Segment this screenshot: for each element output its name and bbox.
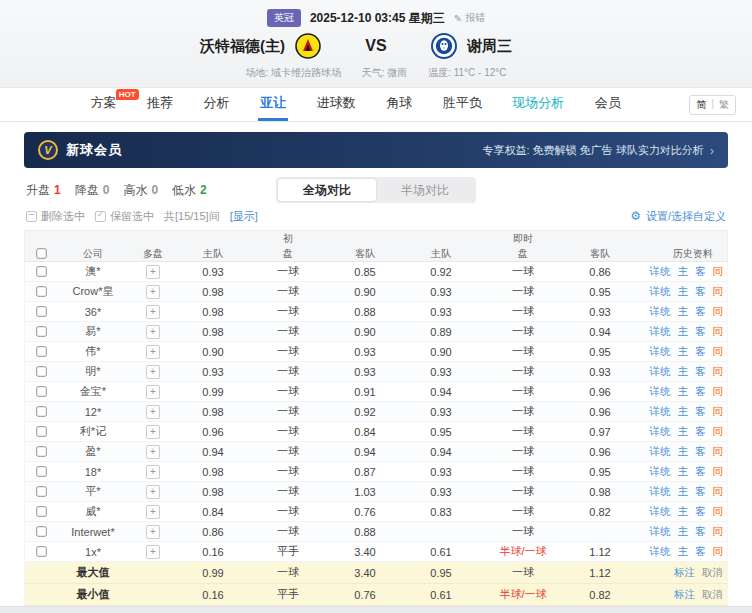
row-checkbox[interactable] — [36, 347, 46, 357]
cancel-link[interactable]: 取消 — [702, 588, 723, 602]
history-away-link[interactable]: 客 — [695, 405, 706, 419]
history-detail-link[interactable]: 详统 — [650, 465, 671, 479]
row-checkbox[interactable] — [36, 367, 46, 377]
history-away-link[interactable]: 客 — [695, 365, 706, 379]
history-same-link[interactable]: 同 — [713, 485, 724, 499]
company-name[interactable]: 36* — [57, 306, 129, 318]
history-detail-link[interactable]: 详统 — [650, 485, 671, 499]
row-checkbox[interactable] — [36, 427, 46, 437]
history-same-link[interactable]: 同 — [713, 325, 724, 339]
history-detail-link[interactable]: 详统 — [650, 545, 671, 559]
history-same-link[interactable]: 同 — [713, 305, 724, 319]
history-detail-link[interactable]: 详统 — [650, 445, 671, 459]
keep-selected-button[interactable]: 保留选中 — [95, 209, 154, 224]
history-detail-link[interactable]: 详统 — [650, 505, 671, 519]
history-same-link[interactable]: 同 — [713, 505, 724, 519]
tab-full-match-compare[interactable]: 全场对比 — [278, 179, 376, 201]
expand-odds-button[interactable]: + — [146, 505, 160, 519]
tab-live-analysis[interactable]: 现场分析 — [510, 88, 566, 121]
company-name[interactable]: 威* — [57, 504, 129, 519]
expand-odds-button[interactable]: + — [146, 425, 160, 439]
history-same-link[interactable]: 同 — [713, 545, 724, 559]
expand-odds-button[interactable]: + — [146, 365, 160, 379]
history-away-link[interactable]: 客 — [695, 285, 706, 299]
row-checkbox[interactable] — [36, 327, 46, 337]
company-name[interactable]: 12* — [57, 406, 129, 418]
expand-odds-button[interactable]: + — [146, 525, 160, 539]
expand-odds-button[interactable]: + — [146, 465, 160, 479]
tab-half-match-compare[interactable]: 半场对比 — [376, 179, 474, 201]
row-checkbox[interactable] — [36, 487, 46, 497]
tab-goals[interactable]: 进球数 — [315, 88, 358, 121]
history-home-link[interactable]: 主 — [678, 365, 689, 379]
row-checkbox[interactable] — [36, 447, 46, 457]
history-same-link[interactable]: 同 — [713, 285, 724, 299]
history-away-link[interactable]: 客 — [695, 545, 706, 559]
history-away-link[interactable]: 客 — [695, 325, 706, 339]
history-same-link[interactable]: 同 — [713, 265, 724, 279]
history-away-link[interactable]: 客 — [695, 505, 706, 519]
stat-water-low[interactable]: 低水2 — [172, 182, 207, 199]
mark-link[interactable]: 标注 — [674, 566, 695, 580]
tab-1x2[interactable]: 胜平负 — [441, 88, 484, 121]
history-detail-link[interactable]: 详统 — [650, 425, 671, 439]
home-team-name[interactable]: 沃特福德(主) — [200, 37, 285, 56]
history-detail-link[interactable]: 详统 — [650, 345, 671, 359]
company-name[interactable]: Crow*皇 — [57, 284, 129, 299]
tab-asian-handicap[interactable]: 亚让 — [258, 88, 288, 121]
history-detail-link[interactable]: 详统 — [650, 325, 671, 339]
expand-odds-button[interactable]: + — [146, 405, 160, 419]
history-home-link[interactable]: 主 — [678, 445, 689, 459]
row-checkbox[interactable] — [36, 507, 46, 517]
expand-odds-button[interactable]: + — [146, 345, 160, 359]
away-team-name[interactable]: 谢周三 — [467, 37, 512, 56]
history-home-link[interactable]: 主 — [678, 485, 689, 499]
history-home-link[interactable]: 主 — [678, 505, 689, 519]
company-name[interactable]: 明* — [57, 364, 129, 379]
history-home-link[interactable]: 主 — [678, 285, 689, 299]
expand-odds-button[interactable]: + — [146, 265, 160, 279]
history-same-link[interactable]: 同 — [713, 445, 724, 459]
history-detail-link[interactable]: 详统 — [650, 525, 671, 539]
history-away-link[interactable]: 客 — [695, 485, 706, 499]
history-same-link[interactable]: 同 — [713, 405, 724, 419]
history-away-link[interactable]: 客 — [695, 345, 706, 359]
company-name[interactable]: 1x* — [57, 546, 129, 558]
cancel-link[interactable]: 取消 — [702, 566, 723, 580]
history-detail-link[interactable]: 详统 — [650, 365, 671, 379]
tab-analysis[interactable]: 分析 — [202, 88, 232, 121]
history-home-link[interactable]: 主 — [678, 405, 689, 419]
history-home-link[interactable]: 主 — [678, 545, 689, 559]
language-toggle[interactable]: 简 | 繁 — [689, 95, 736, 115]
row-checkbox[interactable] — [36, 407, 46, 417]
history-detail-link[interactable]: 详统 — [650, 405, 671, 419]
company-name[interactable]: 易* — [57, 324, 129, 339]
history-home-link[interactable]: 主 — [678, 305, 689, 319]
company-name[interactable]: Interwet* — [57, 526, 129, 538]
expand-odds-button[interactable]: + — [146, 325, 160, 339]
history-away-link[interactable]: 客 — [695, 525, 706, 539]
league-badge[interactable]: 英冠 — [267, 9, 301, 27]
history-same-link[interactable]: 同 — [713, 365, 724, 379]
row-checkbox[interactable] — [36, 387, 46, 397]
history-detail-link[interactable]: 详统 — [650, 265, 671, 279]
history-home-link[interactable]: 主 — [678, 525, 689, 539]
history-away-link[interactable]: 客 — [695, 385, 706, 399]
expand-odds-button[interactable]: + — [146, 385, 160, 399]
member-banner[interactable]: V 新球会员 专享权益: 免费解锁 免广告 球队实力对比分析 › — [24, 132, 728, 168]
history-away-link[interactable]: 客 — [695, 465, 706, 479]
row-checkbox[interactable] — [36, 527, 46, 537]
delete-selected-button[interactable]: 删除选中 — [26, 209, 85, 224]
expand-odds-button[interactable]: + — [146, 545, 160, 559]
history-away-link[interactable]: 客 — [695, 445, 706, 459]
stat-handicap-up[interactable]: 升盘1 — [26, 182, 61, 199]
expand-odds-button[interactable]: + — [146, 445, 160, 459]
tab-member[interactable]: 会员 — [593, 88, 623, 121]
tab-recommend[interactable]: 推荐 — [145, 88, 175, 121]
company-name[interactable]: 伟* — [57, 344, 129, 359]
history-detail-link[interactable]: 详统 — [650, 285, 671, 299]
settings-link[interactable]: ⚙ 设置/选择自定义 — [630, 209, 726, 224]
mark-link[interactable]: 标注 — [674, 588, 695, 602]
history-detail-link[interactable]: 详统 — [650, 305, 671, 319]
row-checkbox[interactable] — [36, 467, 46, 477]
